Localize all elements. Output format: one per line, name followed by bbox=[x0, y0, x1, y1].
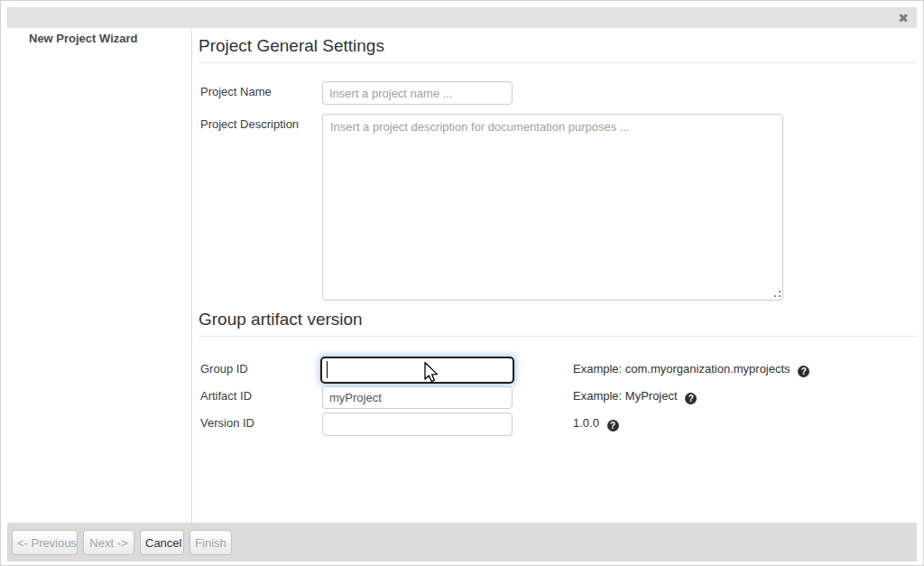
version-id-hint-text: 1.0.0 bbox=[573, 416, 599, 430]
wizard-main-panel: Project General Settings Project Name Pr… bbox=[191, 28, 917, 523]
project-description-textarea[interactable] bbox=[322, 114, 783, 301]
group-id-label: Group ID bbox=[200, 362, 248, 376]
project-name-label: Project Name bbox=[200, 85, 272, 98]
artifact-id-label: Artifact ID bbox=[200, 389, 252, 403]
wizard-sidebar: New Project Wizard bbox=[7, 28, 191, 523]
new-project-wizard-dialog: ✖ New Project Wizard Project General Set… bbox=[0, 0, 924, 566]
project-description-label: Project Description bbox=[200, 117, 299, 131]
help-icon[interactable]: ? bbox=[685, 393, 697, 404]
group-id-hint-text: Example: com.myorganization.myprojects bbox=[573, 362, 790, 376]
textarea-resize-handle[interactable] bbox=[773, 290, 781, 298]
dialog-footer-bar: <- Previous Next -> Cancel Finish bbox=[7, 523, 917, 561]
section-title-group-artifact-version: Group artifact version bbox=[199, 309, 917, 337]
version-id-hint: 1.0.0 ? bbox=[573, 416, 619, 431]
section-title-general-settings: Project General Settings bbox=[199, 35, 917, 63]
help-icon[interactable]: ? bbox=[607, 420, 619, 431]
project-name-input[interactable] bbox=[322, 81, 513, 105]
artifact-id-input[interactable] bbox=[322, 386, 513, 409]
group-id-hint: Example: com.myorganization.myprojects ? bbox=[573, 362, 809, 377]
close-icon[interactable]: ✖ bbox=[895, 10, 911, 26]
version-id-label: Version ID bbox=[200, 416, 254, 430]
next-button[interactable]: Next -> bbox=[83, 530, 134, 555]
dialog-header-bar: ✖ bbox=[7, 7, 917, 28]
help-icon[interactable]: ? bbox=[798, 366, 809, 377]
text-caret bbox=[327, 361, 328, 378]
sidebar-item-new-project-wizard[interactable]: New Project Wizard bbox=[29, 32, 138, 45]
previous-button[interactable]: <- Previous bbox=[12, 530, 78, 555]
finish-button[interactable]: Finish bbox=[189, 530, 232, 555]
artifact-id-hint: Example: MyProject ? bbox=[573, 389, 697, 404]
version-id-input[interactable] bbox=[322, 413, 513, 436]
artifact-id-hint-text: Example: MyProject bbox=[573, 389, 678, 403]
cancel-button[interactable]: Cancel bbox=[140, 530, 184, 555]
group-id-input[interactable] bbox=[320, 357, 514, 384]
